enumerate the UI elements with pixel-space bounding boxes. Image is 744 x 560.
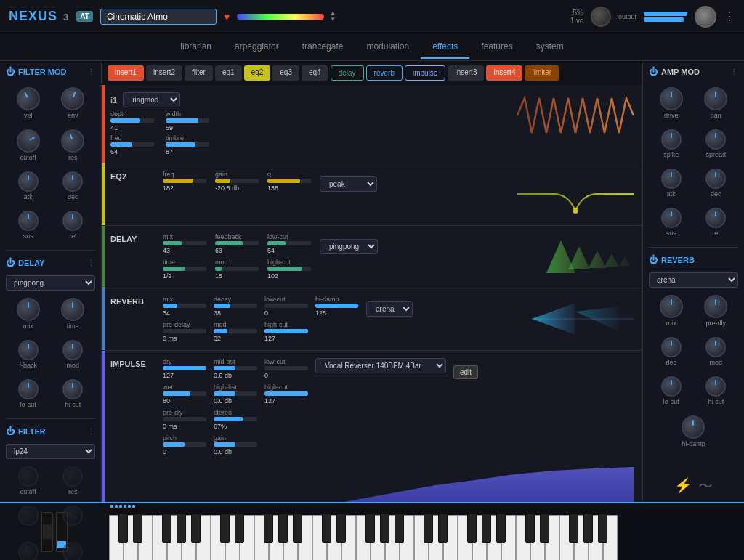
fx-tab-insert2[interactable]: insert2 — [146, 65, 182, 81]
ringmod-mode-select[interactable]: ringmod distortion bitcrush — [123, 92, 180, 107]
piano-black-key[interactable] — [133, 514, 142, 543]
delay-time-knob[interactable] — [61, 298, 84, 321]
pitch-bend-left[interactable] — [41, 512, 53, 552]
impulse-mb-bar[interactable] — [214, 366, 257, 370]
tab-system[interactable]: system — [525, 36, 575, 59]
dec-knob[interactable] — [62, 171, 83, 192]
atk-knob[interactable] — [18, 171, 39, 192]
piano-black-key[interactable] — [162, 514, 171, 543]
fx-tab-eq2[interactable]: eq2 — [244, 65, 271, 81]
fx-tab-filter[interactable]: filter — [185, 65, 213, 81]
impulse-hb-bar[interactable] — [214, 391, 257, 396]
fx-tab-limiter[interactable]: limiter — [525, 65, 559, 81]
reverb-mix-bar[interactable] — [163, 304, 206, 308]
rv-mix-knob[interactable] — [660, 295, 683, 318]
filter-power[interactable]: ⏻ — [6, 426, 15, 437]
amp-mod-menu[interactable]: ⋮ — [730, 68, 738, 77]
piano-black-key[interactable] — [322, 514, 331, 543]
impulse-wet-bar[interactable] — [163, 391, 206, 396]
rv-mod-knob[interactable] — [705, 337, 726, 357]
rv-locut-knob[interactable] — [661, 376, 682, 397]
cutoff-knob[interactable] — [12, 125, 44, 157]
impulse-lc-bar[interactable] — [264, 366, 308, 370]
amp-dec-knob[interactable] — [705, 169, 726, 189]
impulse-edit-btn[interactable]: edit — [453, 365, 478, 379]
rel-knob[interactable] — [62, 211, 83, 231]
piano-black-key[interactable] — [278, 514, 288, 543]
eq2-q-bar[interactable] — [267, 179, 311, 183]
filter-cutoff-knob[interactable] — [18, 466, 39, 487]
reverb-hd-bar[interactable] — [315, 304, 359, 308]
impulse-gain-bar[interactable] — [214, 442, 257, 447]
arrow-up-icon[interactable]: ▲ — [330, 10, 336, 16]
macro3-knob[interactable] — [18, 542, 39, 560]
impulse-dry-bar[interactable] — [163, 366, 206, 370]
delay-mod-bar[interactable] — [215, 267, 259, 271]
favorite-icon[interactable]: ♥ — [224, 11, 230, 23]
fx-tab-eq1[interactable]: eq1 — [215, 65, 242, 81]
rv-dec-knob[interactable] — [661, 337, 682, 357]
spread-knob[interactable] — [705, 129, 726, 150]
impulse-pt-bar[interactable] — [163, 442, 206, 447]
menu-icon[interactable]: ⋮ — [724, 9, 735, 23]
impulse-preset-select[interactable]: Vocal Reverser 140BPM 4Bar Small Room La… — [315, 358, 446, 373]
amp-atk-knob[interactable] — [661, 169, 682, 189]
piano-black-key[interactable] — [380, 514, 389, 543]
drive-knob[interactable] — [660, 87, 683, 110]
delay-mode-select-fx[interactable]: pingpong stereo mono — [320, 239, 378, 254]
delay-mix-knob[interactable] — [17, 298, 40, 321]
lo-cut-knob[interactable] — [18, 379, 39, 399]
piano-black-key[interactable] — [424, 514, 433, 543]
reverb-right-power[interactable]: ⏻ — [649, 255, 658, 265]
piano-black-key[interactable] — [395, 514, 404, 543]
delay-mode-select[interactable]: pingpong stereo mono — [6, 275, 95, 291]
sus-knob[interactable] — [18, 211, 39, 231]
amp-rel-knob[interactable] — [705, 208, 726, 228]
filter-menu[interactable]: ⋮ — [87, 427, 95, 437]
preset-name-input[interactable] — [100, 9, 217, 25]
fback-knob[interactable] — [18, 340, 39, 360]
timbre-bar[interactable] — [166, 142, 209, 147]
piano-black-key[interactable] — [191, 514, 201, 543]
eq2-gain-bar[interactable] — [215, 179, 259, 183]
reverb-pd-bar[interactable] — [163, 329, 206, 333]
piano-black-key[interactable] — [482, 514, 491, 543]
arrow-down-icon[interactable]: ▼ — [330, 17, 336, 23]
freq-bar[interactable] — [110, 142, 154, 147]
reverb-lc-bar[interactable] — [264, 304, 308, 308]
fx-tab-insert3[interactable]: insert3 — [448, 65, 484, 81]
pan-knob[interactable] — [704, 87, 727, 110]
macro4-knob[interactable] — [62, 542, 83, 560]
reverb-hc-bar[interactable] — [264, 329, 308, 333]
rv-hicut-knob[interactable] — [705, 376, 726, 397]
eq2-mode-select[interactable]: peak lowshelf highshelf — [320, 176, 377, 192]
delay-lc-bar[interactable] — [267, 241, 311, 245]
piano-black-key[interactable] — [496, 514, 506, 543]
tab-modulation[interactable]: modulation — [355, 36, 421, 59]
fx-tab-insert1[interactable]: insert1 — [108, 65, 144, 81]
filter-mod-menu[interactable]: ⋮ — [87, 68, 95, 77]
filter-res-knob[interactable] — [62, 466, 83, 487]
depth-bar[interactable] — [110, 118, 154, 123]
fx-tab-eq3[interactable]: eq3 — [272, 65, 299, 81]
piano-black-key[interactable] — [220, 514, 230, 543]
tab-features[interactable]: features — [469, 36, 524, 59]
rv-hidamp-knob[interactable] — [682, 415, 705, 439]
delay-time-bar[interactable] — [163, 267, 206, 271]
spike-knob[interactable] — [661, 129, 682, 150]
filter-mod-power[interactable]: ⏻ — [6, 67, 15, 77]
tab-arpeggiator[interactable]: arpeggiator — [223, 36, 291, 59]
reverb-mode-select[interactable]: arena hall room plate — [366, 301, 413, 317]
width-bar[interactable] — [166, 118, 209, 123]
piano-black-key[interactable] — [569, 514, 578, 543]
piano-black-key[interactable] — [525, 514, 535, 543]
piano-black-key[interactable] — [598, 514, 607, 543]
piano-black-key[interactable] — [438, 514, 448, 543]
fx-tab-reverb[interactable]: reverb — [366, 65, 403, 81]
delay-power[interactable]: ⏻ — [6, 258, 15, 268]
hi-cut-knob[interactable] — [62, 379, 83, 399]
impulse-pd-bar[interactable] — [163, 417, 206, 421]
piano-black-key[interactable] — [177, 514, 186, 543]
env-knob[interactable] — [58, 84, 88, 113]
vel-knob[interactable] — [12, 83, 44, 115]
